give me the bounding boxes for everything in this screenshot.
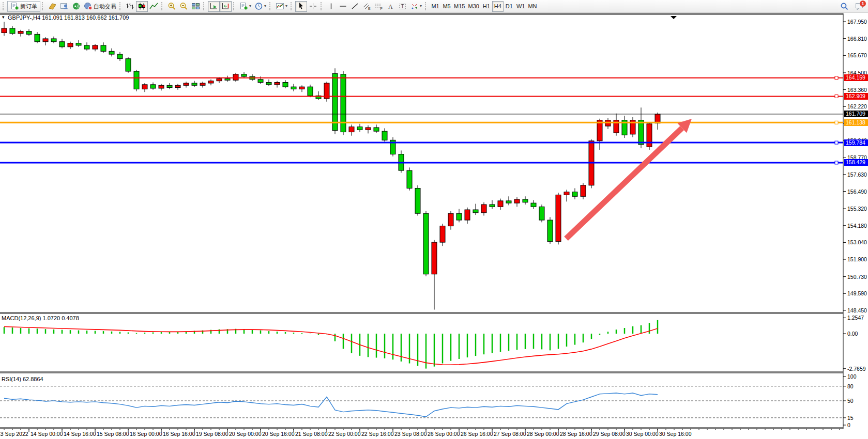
equidistant-channel-button[interactable]: E bbox=[361, 1, 373, 12]
chart-shift-button[interactable] bbox=[220, 1, 232, 12]
bars-icon bbox=[126, 2, 134, 10]
tf-m15-label: M15 bbox=[454, 3, 465, 9]
autotrading-button[interactable]: 自动交易 bbox=[82, 1, 118, 12]
search-icon bbox=[840, 2, 848, 10]
hline-price-label: 164.159 bbox=[844, 74, 868, 81]
signal-icon bbox=[72, 2, 81, 10]
time-axis-label: 19 Sep 08:00 bbox=[196, 431, 228, 437]
time-axis-label: 21 Sep 08:00 bbox=[295, 431, 327, 437]
text-label-button[interactable]: T bbox=[397, 1, 408, 12]
chart-canvas[interactable] bbox=[0, 13, 868, 439]
dropdown-caret-icon: ▾ bbox=[264, 4, 266, 8]
trendline-button[interactable] bbox=[349, 1, 361, 12]
time-axis-label: 26 Sep 00:00 bbox=[428, 431, 460, 437]
indicators-icon bbox=[276, 2, 284, 10]
vertical-line-button[interactable] bbox=[325, 1, 337, 12]
tf-m1[interactable]: M1 bbox=[430, 1, 441, 12]
price-axis-tick-label: 167.950 bbox=[847, 19, 867, 25]
price-axis-tick-label: 155.320 bbox=[847, 206, 867, 212]
tile-icon bbox=[191, 2, 200, 10]
cursor-button[interactable] bbox=[295, 1, 307, 12]
rsi-axis-tick-label: 15 bbox=[847, 415, 854, 421]
time-axis-label: 16 Sep 00:00 bbox=[130, 431, 162, 437]
chart-area[interactable]: ▾ GBPJPY-,H4 161.091 161.813 160.662 161… bbox=[0, 13, 868, 439]
notifications-button[interactable]: 1 bbox=[853, 1, 865, 11]
horizontal-line-button[interactable] bbox=[337, 1, 349, 12]
time-axis-label: 15 Sep 08:00 bbox=[97, 431, 129, 437]
profiles-button[interactable]: ▾ bbox=[253, 1, 268, 12]
charts-panel-button[interactable] bbox=[47, 1, 58, 12]
tf-m15[interactable]: M15 bbox=[452, 1, 466, 12]
rsi-axis-tick-label: 100 bbox=[847, 373, 857, 380]
tf-m1-label: M1 bbox=[431, 3, 439, 9]
time-axis-label: 14 Sep 00:00 bbox=[31, 431, 63, 437]
doc-plus-icon bbox=[239, 2, 248, 10]
text-button[interactable]: A bbox=[385, 1, 397, 12]
fibonacci-button[interactable]: F bbox=[373, 1, 385, 12]
tf-m5[interactable]: M5 bbox=[441, 1, 452, 12]
toolbar-grip bbox=[42, 2, 45, 10]
time-axis-label: 30 Sep 16:00 bbox=[659, 431, 691, 437]
tf-w1[interactable]: W1 bbox=[515, 1, 527, 12]
autotrading-button-label: 自动交易 bbox=[94, 3, 116, 10]
chart-title: GBPJPY-,H4 161.091 161.813 160.662 161.7… bbox=[8, 14, 129, 21]
bar-chart-button[interactable] bbox=[124, 1, 136, 12]
linechart-icon bbox=[149, 2, 158, 10]
tf-m30-label: M30 bbox=[468, 3, 479, 9]
candlestick-chart-button[interactable] bbox=[136, 1, 148, 12]
time-axis-label: 22 Sep 16:00 bbox=[361, 431, 393, 437]
tf-mn[interactable]: MN bbox=[526, 1, 538, 12]
tf-d1-label: D1 bbox=[506, 3, 513, 9]
zoom-out-button[interactable] bbox=[178, 1, 190, 12]
tf-d1[interactable]: D1 bbox=[504, 1, 515, 12]
crosshair-button[interactable] bbox=[307, 1, 319, 12]
tf-mn-label: MN bbox=[528, 3, 537, 9]
price-axis-tick-label: 150.730 bbox=[847, 274, 867, 280]
tf-h1-label: H1 bbox=[483, 3, 490, 9]
doc-plus-icon bbox=[10, 2, 19, 10]
new-chart-button[interactable]: ▾ bbox=[238, 1, 253, 12]
price-axis-tick-label: 162.220 bbox=[847, 103, 867, 109]
time-axis-label: 30 Sep 00:00 bbox=[626, 431, 658, 437]
trend-icon bbox=[351, 2, 359, 10]
arrows-button[interactable]: ▾ bbox=[408, 1, 423, 12]
toolbar-grip bbox=[203, 2, 206, 10]
indicators-button[interactable]: ▾ bbox=[274, 1, 289, 12]
rsi-axis-tick-label: 0 bbox=[847, 422, 850, 428]
toolbar-grip bbox=[269, 2, 272, 10]
toolbar-grip bbox=[291, 2, 294, 10]
candles-icon bbox=[138, 2, 146, 10]
tf-m30[interactable]: M30 bbox=[466, 1, 480, 12]
macd-indicator-label: MACD(12,26,9) 1.0720 0.4078 bbox=[2, 315, 79, 321]
price-axis-tick-label: 149.590 bbox=[847, 290, 867, 296]
hline-price-label: 159.784 bbox=[844, 139, 868, 146]
time-axis-label: 22 Sep 00:00 bbox=[328, 431, 360, 437]
line-chart-button[interactable] bbox=[148, 1, 160, 12]
navigator-icon bbox=[60, 2, 69, 10]
tile-windows-button[interactable] bbox=[190, 1, 202, 12]
price-axis-tick-label: 153.040 bbox=[847, 239, 867, 245]
time-axis-label: 14 Sep 16:00 bbox=[64, 431, 96, 437]
price-axis-tick-label: 151.900 bbox=[847, 256, 867, 262]
cursor-icon bbox=[297, 2, 306, 10]
fibo-icon: F bbox=[374, 2, 383, 10]
auto-scroll-button[interactable] bbox=[208, 1, 220, 12]
signals-button[interactable] bbox=[70, 1, 82, 12]
tf-h4-label: H4 bbox=[494, 3, 501, 9]
chart-title-caret-icon[interactable]: ▾ bbox=[2, 14, 5, 20]
autotrade-icon bbox=[84, 2, 93, 10]
time-axis-label: 29 Sep 08:00 bbox=[593, 431, 625, 437]
tf-h1[interactable]: H1 bbox=[481, 1, 492, 12]
vline-icon bbox=[327, 2, 336, 10]
hline-price-label: 161.138 bbox=[844, 119, 868, 126]
new-order-button[interactable]: 新订单 bbox=[7, 1, 40, 12]
time-axis-label: 16 Sep 16:00 bbox=[163, 431, 195, 437]
navigator-button[interactable] bbox=[58, 1, 70, 12]
tf-w1-label: W1 bbox=[516, 3, 525, 9]
zoom-in-button[interactable] bbox=[166, 1, 178, 12]
tf-m5-label: M5 bbox=[443, 3, 450, 9]
price-axis-tick-label: 156.490 bbox=[847, 189, 867, 195]
time-axis-label: 28 Sep 16:00 bbox=[560, 431, 592, 437]
tf-h4[interactable]: H4 bbox=[492, 1, 504, 12]
search-button[interactable] bbox=[838, 1, 850, 11]
